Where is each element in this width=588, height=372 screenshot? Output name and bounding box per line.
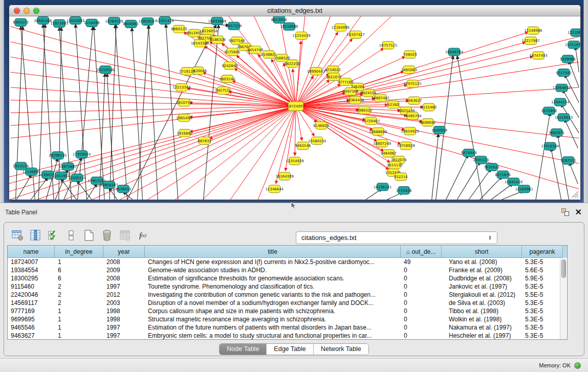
tab-network-table[interactable]: Network Table	[314, 344, 368, 355]
cell-in-degree[interactable]: 1	[55, 307, 103, 315]
table-selector-dropdown[interactable]: citations_edges.txt ▲▼	[296, 231, 497, 244]
table-row[interactable]: 2242004622012Investigating the contribut…	[8, 291, 567, 299]
close-panel-icon[interactable]: ✕	[575, 209, 582, 216]
cell-out-de-[interactable]: 0	[401, 299, 442, 307]
cell-name[interactable]: 9777169	[8, 307, 55, 315]
memory-ok-indicator-icon[interactable]	[574, 362, 581, 369]
cell-name[interactable]: 18300295	[8, 274, 55, 282]
cell-short[interactable]: Tibbo et al. (1998)	[442, 307, 522, 315]
cell-pagerank[interactable]: 5.3E-5	[522, 258, 563, 266]
dropdown-stepper-icon[interactable]: ▲▼	[487, 234, 493, 242]
network-window-titlebar[interactable]: citations_edges.txt	[9, 5, 580, 16]
cell-short[interactable]: Hescheler et al. (1997)	[442, 332, 522, 340]
table-row[interactable]: 977716911998Corpus callosum shape and si…	[8, 307, 567, 315]
create-table-icon[interactable]	[83, 229, 95, 242]
cell-year[interactable]: 2003	[103, 299, 145, 307]
cell-in-degree[interactable]: 6	[55, 266, 103, 274]
function-builder-icon[interactable]: f(x)	[137, 229, 149, 242]
cell-pagerank[interactable]: 5.9E-5	[522, 274, 563, 282]
cell-short[interactable]: Franke et al. (2009)	[442, 266, 522, 274]
network-window[interactable]: citations_edges.txt 88601238912955182260…	[9, 5, 581, 200]
table-row[interactable]: 946554611997Estimation of the future num…	[8, 323, 567, 332]
cell-pagerank[interactable]: 5.3E-5	[522, 315, 563, 323]
cell-title[interactable]: Embryonic stem cells: a model to study s…	[145, 332, 401, 340]
column-header-name[interactable]: name	[8, 246, 55, 258]
cell-out-de-[interactable]: 0	[401, 307, 442, 315]
cell-year[interactable]: 1998	[103, 315, 145, 323]
citation-graph[interactable]: 8860123891295518226058982750316543382818…	[9, 16, 580, 200]
tab-node-table[interactable]: Node Table	[220, 344, 267, 355]
column-header-year[interactable]: year	[103, 246, 145, 258]
cell-out-de-[interactable]: 0	[401, 274, 442, 282]
table-row[interactable]: 1456911722003Disruption of a novel membe…	[8, 299, 567, 307]
resize-grip-icon[interactable]	[570, 189, 579, 199]
cell-pagerank[interactable]: 5.3E-5	[522, 332, 563, 340]
cell-in-degree[interactable]: 1	[55, 332, 103, 340]
cell-pagerank[interactable]: 5.6E-5	[522, 266, 563, 274]
column-header-title[interactable]: title	[145, 246, 401, 258]
show-columns-icon[interactable]	[29, 229, 41, 242]
cell-out-de-[interactable]: 0	[401, 291, 442, 299]
cell-out-de-[interactable]: 0	[401, 315, 442, 323]
table-row[interactable]: 969969511998Structural magnetic resonanc…	[8, 315, 567, 323]
cell-year[interactable]: 2009	[103, 266, 145, 274]
cell-in-degree[interactable]: 2	[55, 291, 103, 299]
table-row[interactable]: 911546021997Tourette syndrome. Phenomeno…	[8, 282, 567, 291]
cell-in-degree[interactable]: 1	[55, 315, 103, 323]
cell-name[interactable]: 9463627	[8, 332, 55, 340]
cell-out-de-[interactable]: 0	[401, 282, 442, 291]
cell-title[interactable]: Estimation of significance thresholds fo…	[145, 274, 401, 282]
cell-in-degree[interactable]: 1	[55, 323, 103, 332]
cell-short[interactable]: Nakamura et al. (1997)	[442, 323, 522, 332]
table-scrollbar-thumb[interactable]	[561, 259, 566, 278]
cell-in-degree[interactable]: 2	[55, 282, 103, 291]
tab-edge-table[interactable]: Edge Table	[267, 344, 313, 355]
cell-in-degree[interactable]: 6	[55, 274, 103, 282]
cell-name[interactable]: 9699695	[8, 315, 55, 323]
cell-year[interactable]: 1997	[103, 282, 145, 291]
cell-year[interactable]: 2008	[103, 274, 145, 282]
cell-name[interactable]: 9115460	[8, 282, 55, 291]
cell-out-de-[interactable]: 0	[401, 332, 442, 340]
cell-title[interactable]: Tourette syndrome. Phenomenology and cla…	[145, 282, 401, 291]
cell-short[interactable]: de Silva et al. (2003)	[442, 299, 522, 307]
cell-name[interactable]: 14569117	[8, 299, 55, 307]
cell-short[interactable]: Wolkin et al. (1998)	[442, 315, 522, 323]
cell-in-degree[interactable]: 1	[55, 258, 103, 266]
cell-title[interactable]: Changes of HCN gene expression and I(f) …	[145, 258, 401, 266]
cell-short[interactable]: Jankovic et al. (1997)	[442, 282, 522, 291]
cell-pagerank[interactable]: 5.5E-5	[522, 291, 563, 299]
table-row[interactable]: 1830029562008Estimation of significance …	[8, 274, 567, 282]
cell-name[interactable]: 18724007	[8, 258, 55, 266]
cell-title[interactable]: Disruption of a novel member of a sodium…	[145, 299, 401, 307]
cell-year[interactable]: 2012	[103, 291, 145, 299]
table-row[interactable]: 1872400712008Changes of HCN gene express…	[8, 258, 567, 266]
cell-pagerank[interactable]: 5.3E-5	[522, 323, 563, 332]
cell-name[interactable]: 9465546	[8, 323, 55, 332]
cell-title[interactable]: Corpus callosum shape and size in male p…	[145, 307, 401, 315]
cell-short[interactable]: Stergiakouli et al. (2012)	[442, 291, 522, 299]
network-canvas[interactable]: 8860123891295518226058982750316543382818…	[9, 16, 580, 200]
column-header-in-degree[interactable]: in_degree	[55, 246, 103, 258]
table-row[interactable]: 946362711997Embryonic stem cells: a mode…	[8, 332, 567, 340]
cell-title[interactable]: Genome-wide association studies in ADHD.	[145, 266, 401, 274]
table-row[interactable]: 1938455462009Genome-wide association stu…	[8, 266, 567, 274]
column-header-short[interactable]: short	[442, 246, 522, 258]
cell-out-de-[interactable]: 49	[401, 258, 442, 266]
unselect-all-rows-icon[interactable]	[65, 229, 77, 242]
column-header-out-de-[interactable]: △out_de...	[401, 246, 442, 258]
cell-pagerank[interactable]: 5.3E-5	[522, 307, 563, 315]
cell-year[interactable]: 1997	[103, 323, 145, 332]
select-all-rows-icon[interactable]	[47, 229, 59, 242]
cell-pagerank[interactable]: 5.3E-5	[522, 299, 563, 307]
cell-year[interactable]: 1998	[103, 307, 145, 315]
cell-pagerank[interactable]: 5.3E-5	[522, 282, 563, 291]
delete-table-icon[interactable]	[101, 229, 113, 242]
table-scrollbar[interactable]	[560, 258, 567, 339]
cell-title[interactable]: Structural magnetic resonance image aver…	[145, 315, 401, 323]
cell-title[interactable]: Investigating the contribution of common…	[145, 291, 401, 299]
cell-year[interactable]: 2008	[103, 258, 145, 266]
import-table-icon[interactable]	[119, 229, 131, 242]
table-settings-icon[interactable]	[11, 229, 24, 242]
cell-name[interactable]: 19384554	[8, 266, 55, 274]
